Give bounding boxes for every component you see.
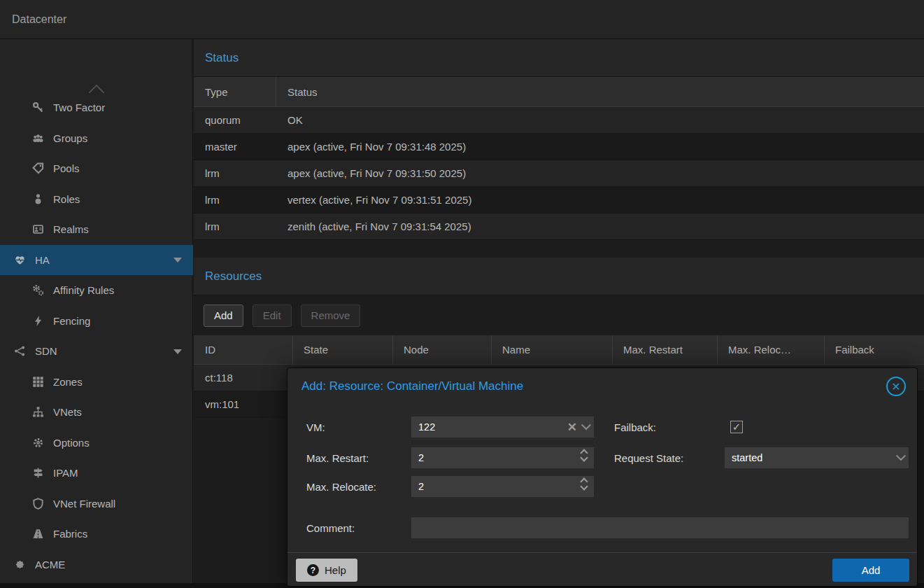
resources-panel-title: Resources xyxy=(194,258,924,295)
sidebar-item-fabrics[interactable]: Fabrics xyxy=(0,519,193,550)
help-button[interactable]: ? Help xyxy=(296,559,357,582)
status-table-header[interactable]: TypeStatus xyxy=(194,77,924,107)
certificate-icon xyxy=(13,558,26,570)
resources-table-header[interactable]: IDStateNodeNameMax. RestartMax. Reloc…Fa… xyxy=(194,335,924,365)
dialog-add-button[interactable]: Add xyxy=(832,559,909,582)
sidebar-item-realms[interactable]: Realms xyxy=(0,214,193,245)
sidebar-item-fencing[interactable]: Fencing xyxy=(0,306,193,337)
table-row[interactable]: lrmzenith (active, Fri Nov 7 09:31:54 20… xyxy=(194,214,924,240)
gears-icon xyxy=(31,284,44,297)
key-icon xyxy=(31,102,44,114)
sidebar: Two FactorGroupsPoolsRolesRealmsHAAffini… xyxy=(0,39,193,583)
sidebar-item-options[interactable]: Options xyxy=(0,428,193,458)
status-column-header-status[interactable]: Status xyxy=(276,77,924,106)
table-row[interactable]: lrmvertex (active, Fri Nov 7 09:31:51 20… xyxy=(194,187,924,214)
resources-panel-title-text: Resources xyxy=(205,270,262,284)
comment-input[interactable] xyxy=(411,517,909,538)
sidebar-item-pools[interactable]: Pools xyxy=(0,153,193,184)
table-cell: lrm xyxy=(194,187,276,213)
sidebar-item-label: Affinity Rules xyxy=(0,284,114,296)
table-row[interactable]: quorumOK xyxy=(194,107,924,134)
max-relocate-value: 2 xyxy=(418,481,424,492)
max-relocate-spinner[interactable]: 2 xyxy=(411,476,594,497)
sidebar-item-label: Realms xyxy=(0,223,89,235)
comment-label: Comment: xyxy=(306,517,355,538)
request-state-select[interactable]: started xyxy=(725,447,909,468)
signpost-icon xyxy=(31,467,44,479)
sidebar-item-vnet-firewall[interactable]: VNet Firewall xyxy=(0,489,193,519)
resources-column-header-max-restart[interactable]: Max. Restart xyxy=(613,335,718,364)
sidebar-item-sdn[interactable]: SDN xyxy=(0,336,193,367)
add-button-label: Add xyxy=(862,564,881,576)
clear-icon[interactable]: ✕ xyxy=(567,420,577,435)
help-button-label: Help xyxy=(325,564,346,576)
sidebar-item-label: Options xyxy=(0,437,90,449)
sidebar-item-acme[interactable]: ACME xyxy=(0,550,193,580)
sidebar-item-label: SDN xyxy=(0,345,57,357)
gear-icon xyxy=(31,436,44,449)
resource-id-cell: ct:118 xyxy=(194,365,293,391)
request-state-label: Request State: xyxy=(614,447,683,468)
page-title-bar: Datacenter xyxy=(0,0,924,39)
dialog-title-bar[interactable]: Add: Resource: Container/Virtual Machine… xyxy=(287,368,917,405)
sidebar-item-two-factor[interactable]: Two Factor xyxy=(0,92,193,123)
status-table-body: quorumOKmasterapex (active, Fri Nov 7 09… xyxy=(194,107,924,240)
table-row[interactable]: lrmapex (active, Fri Nov 7 09:31:50 2025… xyxy=(194,160,924,187)
table-cell: master xyxy=(194,134,276,160)
table-cell: vertex (active, Fri Nov 7 09:31:51 2025) xyxy=(276,187,924,213)
chevron-down-icon[interactable] xyxy=(896,451,906,461)
table-cell: lrm xyxy=(194,214,276,239)
close-icon[interactable]: ✕ xyxy=(886,377,906,396)
resources-column-header-name[interactable]: Name xyxy=(492,335,613,364)
resource-id-cell: vm:101 xyxy=(194,391,293,417)
spinner-arrows-icon[interactable] xyxy=(581,479,587,489)
resources-column-header-state[interactable]: State xyxy=(293,335,393,364)
proxmox-datacenter-app: Datacenter Two FactorGroupsPoolsRolesRea… xyxy=(0,0,924,588)
add-button[interactable]: Add xyxy=(204,304,243,327)
sidebar-item-zones[interactable]: Zones xyxy=(0,367,193,398)
vm-combobox[interactable]: 122 ✕ xyxy=(411,416,594,438)
spinner-arrows-icon[interactable] xyxy=(581,450,587,461)
caret-down-icon[interactable] xyxy=(173,349,182,354)
remove-button: Remove xyxy=(301,304,361,327)
status-panel-title: Status xyxy=(194,39,924,77)
tag-icon xyxy=(31,162,44,175)
sidebar-item-label: Two Factor xyxy=(0,102,105,113)
table-cell: zenith (active, Fri Nov 7 09:31:54 2025) xyxy=(276,214,924,239)
resources-column-header-id[interactable]: ID xyxy=(194,335,293,364)
chevron-down-icon[interactable] xyxy=(581,420,591,430)
max-restart-spinner[interactable]: 2 xyxy=(411,447,594,468)
dialog-title: Add: Resource: Container/Virtual Machine xyxy=(301,379,523,393)
shield-icon xyxy=(31,497,44,510)
sidebar-item-vnets[interactable]: VNets xyxy=(0,397,193,428)
request-state-value: started xyxy=(732,452,762,463)
resources-toolbar: AddEditRemove xyxy=(194,295,924,335)
resources-column-header-node[interactable]: Node xyxy=(393,335,492,364)
bolt-icon xyxy=(31,314,44,327)
sidebar-item-label: VNet Firewall xyxy=(0,498,115,510)
sidebar-item-groups[interactable]: Groups xyxy=(0,123,193,154)
vm-value: 122 xyxy=(418,421,435,433)
sidebar-item-affinity-rules[interactable]: Affinity Rules xyxy=(0,275,193,306)
users-icon xyxy=(31,132,44,144)
resources-column-header-max-reloc-[interactable]: Max. Reloc… xyxy=(718,335,825,364)
sidebar-item-ha[interactable]: HA xyxy=(0,245,193,276)
grid-icon xyxy=(31,375,44,388)
max-relocate-label: Max. Relocate: xyxy=(306,476,376,497)
sidebar-item-label: ACME xyxy=(0,559,65,570)
failback-checkbox[interactable]: ✓ xyxy=(730,421,743,433)
status-column-header-type[interactable]: Type xyxy=(194,77,276,106)
table-cell: apex (active, Fri Nov 7 09:31:50 2025) xyxy=(276,160,924,186)
dialog-footer: ? Help Add xyxy=(287,552,917,586)
sidebar-item-label: Fencing xyxy=(0,315,90,327)
heartbeat-icon xyxy=(13,253,26,266)
sidebar-item-roles[interactable]: Roles xyxy=(0,184,193,215)
question-icon: ? xyxy=(307,564,319,576)
caret-down-icon[interactable] xyxy=(173,258,182,262)
resources-column-header-failback[interactable]: Failback xyxy=(825,335,924,364)
failback-label: Failback: xyxy=(614,416,656,438)
page-title: Datacenter xyxy=(12,13,66,26)
table-row[interactable]: masterapex (active, Fri Nov 7 09:31:48 2… xyxy=(194,134,924,160)
add-resource-dialog: Add: Resource: Container/Virtual Machine… xyxy=(287,368,918,587)
sidebar-item-ipam[interactable]: IPAM xyxy=(0,458,193,489)
